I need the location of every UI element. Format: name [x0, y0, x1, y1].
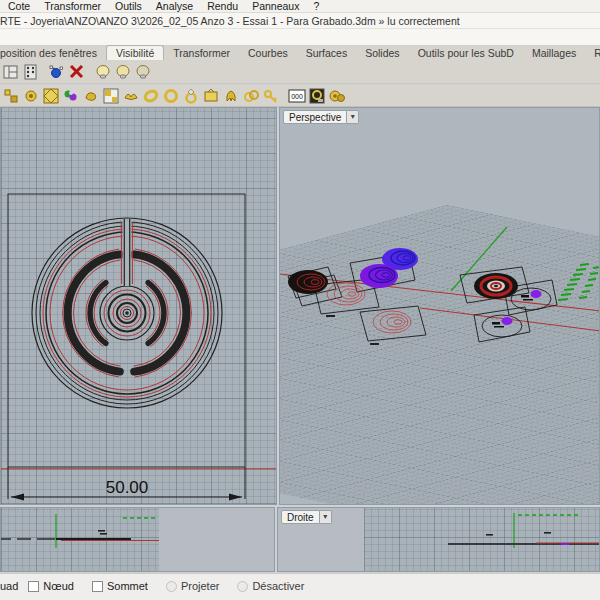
gold-key-icon[interactable] [262, 87, 280, 105]
osnap-projeter[interactable]: Projeter [166, 580, 220, 592]
menu-item-help[interactable]: ? [313, 0, 319, 12]
viewport-right[interactable]: Droite ▾ [277, 507, 600, 572]
control-points-off-icon[interactable] [68, 63, 86, 81]
counter-display-icon[interactable]: 000 [288, 87, 306, 105]
toolbar-tab-bar: position des fenêtres Visibilité Transfo… [0, 46, 600, 60]
gold-dark-box-icon[interactable] [308, 87, 326, 105]
lamp-hide-icon[interactable] [94, 63, 112, 81]
gem-box-icon[interactable] [202, 87, 220, 105]
gold-pattern-icon[interactable] [42, 87, 60, 105]
viewport-right-title[interactable]: Droite [281, 510, 320, 524]
tab-solides[interactable]: Solides [356, 46, 408, 60]
lamp-show-icon[interactable] [114, 63, 132, 81]
ring-tilted-icon[interactable] [142, 87, 160, 105]
toggle-desactiver[interactable] [237, 581, 248, 592]
tab-outils-subd[interactable]: Outils pour les SubD [409, 46, 523, 60]
plate-label-mark-1 [326, 315, 335, 317]
command-input[interactable] [0, 29, 600, 46]
ring-front-icon[interactable] [162, 87, 180, 105]
tab-courbes[interactable]: Courbes [239, 46, 297, 60]
checkbox-noeud[interactable] [28, 581, 39, 592]
viewport-perspective-label[interactable]: Perspective ▾ [283, 110, 359, 124]
tab-maillages[interactable]: Maillages [523, 46, 585, 60]
gem-colors-icon[interactable] [62, 87, 80, 105]
tab-position-des-fenetres[interactable]: position des fenêtres [0, 46, 106, 60]
viewport-layout-icon[interactable] [2, 63, 20, 81]
toggle-projeter[interactable] [166, 581, 177, 592]
viewport-perspective[interactable]: Perspective ▾ [279, 107, 600, 505]
gold-gear-icon[interactable] [22, 87, 40, 105]
black-disc-object[interactable] [288, 270, 328, 294]
tab-transformer[interactable]: Transformer [164, 46, 239, 60]
osnap-quad-truncated[interactable]: uad [0, 580, 18, 592]
menu-item-panneaux[interactable]: Panneaux [252, 0, 299, 12]
gold-plugin-icon[interactable] [2, 87, 20, 105]
perspective-grid-plane [280, 205, 600, 505]
osnap-status-bar: uad Nœud Sommet Projeter Désactiver [0, 573, 600, 600]
viewport-right-label[interactable]: Droite ▾ [281, 510, 332, 524]
osnap-desactiver[interactable]: Désactiver [237, 580, 304, 592]
lamp-isolate-icon[interactable] [134, 63, 152, 81]
purple-disc-bottom[interactable] [360, 264, 398, 288]
menu-bar: Cote Transformer Outils Analyse Rendu Pa… [0, 0, 600, 13]
viewport-perspective-title[interactable]: Perspective [283, 110, 347, 124]
viewport-top[interactable]: 50.00 [0, 107, 277, 505]
tab-rendu[interactable]: Rendu [585, 46, 600, 60]
control-points-on-icon[interactable] [48, 63, 66, 81]
checkbox-sommet[interactable] [92, 581, 103, 592]
ring-gem-icon[interactable] [182, 87, 200, 105]
toolbar-row-1 [0, 60, 600, 84]
target-disc-object[interactable] [474, 273, 518, 299]
command-history: RTE - Joyeria\ANZO\ANZO 3\2026_02_05 Anz… [0, 13, 600, 29]
chevron-down-icon[interactable]: ▾ [347, 110, 359, 124]
plate-label-mark-2 [370, 343, 379, 345]
tab-surfaces[interactable]: Surfaces [297, 46, 356, 60]
menu-item-cote[interactable]: Cote [8, 0, 30, 12]
chevron-down-icon[interactable]: ▾ [320, 510, 332, 524]
menu-item-rendu[interactable]: Rendu [207, 0, 238, 12]
gold-claw-icon[interactable] [222, 87, 240, 105]
right-view-geometry [448, 513, 600, 548]
gold-nugget-icon[interactable] [82, 87, 100, 105]
dimension-50[interactable]: 50.00 [8, 467, 245, 501]
toolbar-row-2: 000 [0, 85, 600, 107]
osnap-sommet[interactable]: Sommet [92, 580, 148, 592]
viewport-properties-icon[interactable] [22, 63, 40, 81]
gold-layout-icon[interactable] [102, 87, 120, 105]
gold-wings-icon[interactable] [122, 87, 140, 105]
menu-item-transformer[interactable]: Transformer [44, 0, 101, 12]
dimension-value: 50.00 [106, 478, 149, 497]
command-history-text: RTE - Joyeria\ANZO\ANZO 3\2026_02_05 Anz… [0, 15, 460, 27]
gear-pair-icon[interactable] [328, 87, 346, 105]
osnap-noeud[interactable]: Nœud [28, 580, 74, 592]
front-view-geometry [1, 514, 159, 548]
menu-item-analyse[interactable]: Analyse [156, 0, 193, 12]
ring-pair-icon[interactable] [242, 87, 260, 105]
menu-item-outils[interactable]: Outils [115, 0, 142, 12]
viewport-front[interactable] [0, 507, 275, 572]
tab-visibilite[interactable]: Visibilité [106, 45, 164, 60]
engraving-design [32, 218, 222, 408]
svg-text:000: 000 [291, 93, 303, 100]
